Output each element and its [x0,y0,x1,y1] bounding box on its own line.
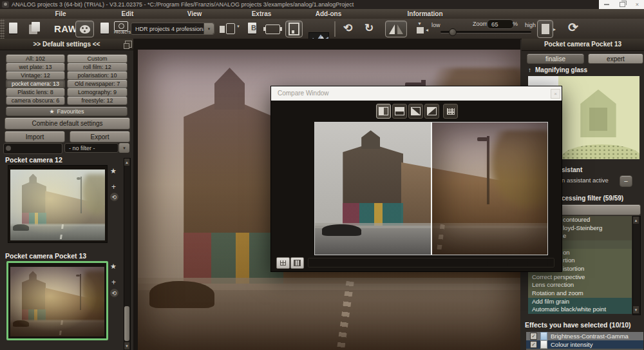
menu-edit[interactable]: Edit [94,10,161,17]
filter-list-scrollbar[interactable] [632,216,641,315]
category-polarisation[interactable]: polarisation: 10 [67,71,128,80]
toolbar-grip[interactable] [0,19,5,39]
category-roll-film[interactable]: roll film: 12 [67,63,128,72]
category-old-newspaper[interactable]: Old newspaper: 7 [67,79,128,88]
export-device-button[interactable]: ▼ [220,23,235,34]
export-button[interactable]: Export [70,131,130,142]
menu-addons[interactable]: Add-ons [295,10,362,17]
effects-selected-header: Effects you have selected (10/10) [525,321,631,329]
window-controls: × [599,0,644,9]
chevron-down-icon[interactable]: ▼ [204,23,214,34]
menu-extras[interactable]: Extras [228,10,295,17]
compare-position-slider[interactable] [308,258,554,267]
split-horizontal-button[interactable] [392,104,407,119]
raw-import-button[interactable]: RAW [54,23,78,34]
filter-row[interactable]: Correct perspective [528,273,632,282]
redo-icon[interactable]: ↻ [365,23,374,34]
split-vertical-button[interactable] [376,104,391,119]
split-vertical-icon [379,107,388,115]
checkbox-checked-icon[interactable]: ✓ [530,341,537,348]
menu-information[interactable]: Information [386,10,464,17]
palette-button[interactable] [75,21,94,37]
grid-view-button[interactable] [276,257,290,269]
scroll-down-icon[interactable]: ▼ [124,342,129,349]
projects-camera-button[interactable]: PROJECTS [114,21,131,34]
split-diagonal-bl-icon [411,107,421,115]
batch-processing-button[interactable]: B [248,23,256,34]
zoom-slider-handle[interactable] [449,28,457,36]
columns-icon [294,260,301,266]
expert-button[interactable]: expert [588,53,643,64]
filter-row[interactable]: Rotation and zoom [528,289,632,298]
maximize-icon[interactable] [620,2,625,7]
favourite-star-icon[interactable]: ★ [110,168,117,175]
menu-view[interactable]: View [161,10,228,17]
collapse-assistant-button[interactable]: − [620,175,632,187]
checkbox-checked-icon[interactable]: ✓ [530,333,537,340]
add-icon[interactable]: + [111,278,116,286]
split-diagonal-bl-button[interactable] [408,104,423,119]
finalise-button[interactable]: finalise [527,53,584,64]
refresh-icon[interactable]: ⟲ [110,289,118,297]
filter-row[interactable]: Lens correction [528,281,632,289]
scroll-up-icon[interactable]: ▲ [124,159,129,166]
category-lomography[interactable]: Lomography: 9 [67,88,128,97]
category-custom[interactable]: Custom [67,54,128,63]
close-icon[interactable]: × [551,89,560,99]
zoom-original-button[interactable] [537,20,553,38]
exif-button[interactable] [443,104,458,119]
category-pocket-camera[interactable]: pocket camera: 13 [6,79,65,88]
category-vintage[interactable]: Vintage: 12 [6,71,65,80]
effect-row-colour-intensity[interactable]: ✓ Colour intensity [526,340,643,349]
filter-dropdown[interactable]: - no filter - [64,143,118,153]
single-view-button[interactable] [290,257,304,269]
frame-view-button[interactable] [285,21,303,37]
exif-icon [447,108,455,115]
mirror-button[interactable] [385,21,407,37]
category-wet-plate[interactable]: wet plate: 13 [6,63,65,72]
preset-scrollbar-handle[interactable] [124,306,129,341]
split-diagonal-tl-button[interactable] [424,104,439,119]
add-icon[interactable]: + [111,183,116,191]
favourite-star-icon[interactable]: ★ [110,263,117,270]
copy-icon[interactable] [29,24,37,34]
zoom-percent-label: % [513,21,518,27]
save-icon[interactable] [100,23,109,34]
filter-row[interactable]: Automatic black/white point [528,306,632,314]
compare-split-divider[interactable] [431,122,432,255]
filter-dropdown-arrow-icon[interactable]: ▼ [118,143,129,153]
zoom-out-arrow-icon: ▼ [417,21,422,26]
category-all[interactable]: All: 102 [6,54,65,63]
effect-row-brightness[interactable]: ✓ Brightness-Contrast-Gamma [526,332,643,340]
search-input[interactable] [3,143,62,154]
new-project-icon[interactable] [9,23,17,34]
filter-row[interactable]: Add film grain [528,298,632,306]
refresh-icon[interactable]: ⟲ [110,193,118,201]
category-freestyle[interactable]: freestyle: 12 [67,96,128,105]
zoom-to-fit-icon[interactable] [417,27,424,34]
menu-file[interactable]: File [27,10,94,17]
import-button[interactable]: Import [5,131,65,142]
scroll-up-icon[interactable]: ▲ [633,217,639,224]
zoom-step-left-icon[interactable]: ◂ [426,28,428,33]
undo-icon[interactable]: ⟲ [343,23,352,34]
zoom-step-right-icon[interactable]: ▸ [553,27,556,32]
menu-bar: File Edit View Extras Add-ons Informatio… [0,9,644,19]
detach-panel-icon[interactable] [125,41,132,48]
magnifying-glass-header[interactable]: ↑ Magnifying glass [528,66,587,73]
favourites-button[interactable]: ★ Favourites [6,106,128,116]
selected-preset-header: Pocket camera Pocket 13 [522,39,644,51]
palette-icon [80,25,90,34]
preset-thumb-pocket-13[interactable] [6,261,108,340]
close-icon[interactable]: × [636,0,639,9]
combine-default-settings-button[interactable]: Combine default settings [5,117,130,130]
category-plastic-lens[interactable]: Plastic lens: 8 [6,88,65,97]
category-camera-obscura[interactable]: camera obscura: 6 [6,96,65,105]
preset-thumb-pocket-12[interactable] [8,165,108,243]
project-type-select[interactable]: HDR projects 4 professional ▼ [131,23,214,35]
minimize-icon[interactable] [604,4,609,5]
rotate-icon[interactable]: ⟳ [568,21,578,34]
zoom-value-input[interactable]: 65 [487,19,514,29]
filmstrip-icon[interactable] [265,24,280,34]
scroll-down-icon[interactable]: ▼ [633,306,639,313]
